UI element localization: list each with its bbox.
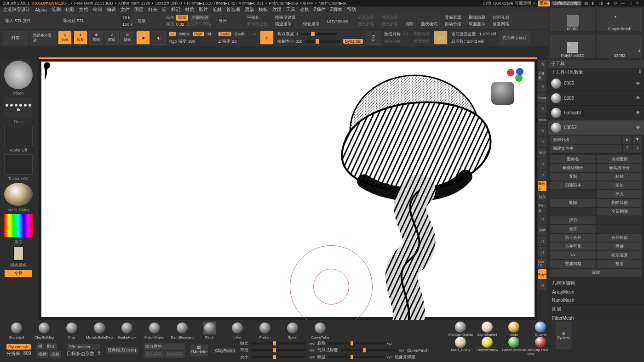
panel-button[interactable]: 焊接 [597, 243, 642, 250]
panel-button[interactable]: 向下合并 [550, 234, 596, 242]
color-icon[interactable]: ◆ [605, 0, 611, 6]
cam-preview-cube[interactable] [491, 82, 514, 105]
zmodeler-button[interactable]: ▦ZModeler [190, 345, 208, 356]
brush-slot[interactable]: CurveTube [306, 322, 334, 339]
lazymouse-toggle[interactable]: LazyMouse [325, 14, 352, 28]
lightbox-button[interactable]: 灯箱 [3, 31, 29, 45]
right-tool-button[interactable]: ▢ [538, 247, 546, 257]
dynamic-brush-icon[interactable]: ◔D [367, 31, 380, 45]
menu-item[interactable]: 绘制 [93, 6, 102, 13]
intensity-mask-button[interactable]: 按强度遮罩 [275, 14, 296, 21]
flatten-button[interactable]: 平面化 [247, 14, 268, 21]
move-down-button[interactable]: ⇣ [633, 145, 642, 153]
mirror-weld-button[interactable]: 镜像并焊接 [395, 354, 445, 360]
jewelry-design-button[interactable]: 克流珠宝设计 [500, 31, 530, 45]
menu-item[interactable]: 编辑 [107, 6, 116, 13]
balloon-slider[interactable] [341, 349, 396, 351]
right-tool-button[interactable]: ▢ [538, 159, 546, 169]
panel-button[interactable]: 重命名 [550, 155, 596, 163]
brush-slot[interactable]: Flatten [251, 322, 279, 339]
section-header[interactable]: ArrayMesh [548, 288, 644, 296]
repair-mesh-button[interactable]: 修复网格 [493, 21, 509, 28]
extract-button[interactable]: 提取 [135, 14, 161, 28]
back-mask-button[interactable]: 背面遮罩 [445, 14, 461, 21]
panel-button[interactable]: 创建副本 [550, 181, 596, 189]
panel-button[interactable]: 自动重排 [597, 155, 642, 163]
tool-thumb-2[interactable]: ✦SimpleBrush [597, 8, 642, 31]
activate-symmetry-button[interactable]: 激活对称 [384, 31, 401, 37]
panel-button[interactable]: 合并 [550, 225, 596, 233]
subtool-item[interactable]: 0306👁 [548, 91, 644, 106]
mrgb-button[interactable]: Mrgb [178, 32, 191, 36]
brush-slot[interactable]: ClayBuildup [30, 322, 58, 339]
unflatten-button[interactable]: 取消平面化 [247, 21, 268, 28]
menu-item[interactable]: 影片 [199, 6, 208, 13]
claypolish-button[interactable]: ClayPolish [213, 348, 237, 353]
right-tool-button[interactable]: ▢ [538, 82, 546, 92]
menu-item[interactable]: Z脚本 [330, 6, 342, 13]
material-slot[interactable]: Gold [500, 322, 527, 337]
right-tool-button[interactable]: 100% [538, 115, 546, 125]
panel-button[interactable]: Uv [550, 251, 596, 259]
quicksave-button[interactable]: QuickSave [493, 1, 513, 6]
dynamesh-res-value[interactable]: 800 [23, 351, 31, 357]
cavity-mask-button[interactable]: 痕迹遮罩 [275, 21, 296, 28]
mt-button[interactable]: MT [434, 31, 448, 45]
double-sided-toggle[interactable]: 双面 [176, 15, 188, 21]
material-slot[interactable]: ReflectYellow [474, 337, 500, 356]
material-slot[interactable]: MatCap Red Wax [527, 337, 554, 356]
scale-mode-button[interactable]: ⤢缩放 [105, 31, 119, 45]
brush-slot[interactable]: Inflat [224, 322, 251, 339]
menu-item[interactable]: 模板 [259, 6, 268, 13]
layout-icon[interactable]: ▦ [583, 0, 589, 6]
subtool-header[interactable]: 子工具 [548, 60, 644, 68]
menu-item[interactable]: 宏 [162, 6, 167, 13]
gen-bool-mesh-button[interactable]: 生成布尔网格 [186, 21, 211, 27]
right-tool-button[interactable]: 子像素 [538, 71, 546, 81]
zremesher-button[interactable]: ZRemesher [67, 344, 100, 350]
panel-button[interactable]: 复制 [550, 173, 596, 181]
eye-icon[interactable]: 👁 [636, 96, 641, 101]
menu-item[interactable]: 帮助 [347, 6, 356, 13]
rgb-button[interactable]: Rgb [193, 32, 204, 36]
list-all-button[interactable]: 全部列出 [550, 136, 621, 144]
export-stl-button[interactable]: 导出到 STL [61, 14, 116, 28]
rgb-intensity-value[interactable]: 100 [188, 39, 195, 44]
right-tool-button[interactable]: 中心点 [538, 203, 546, 213]
polish-chip[interactable]: 抛光 [45, 343, 57, 350]
draw-size-value[interactable]: 310 [296, 39, 303, 44]
rotate-mode-button[interactable]: ⟳旋转 [121, 31, 134, 45]
close-icon[interactable]: ✕ [635, 0, 640, 6]
edit-mode-button[interactable]: ✎Edit [58, 31, 72, 45]
brush-slot[interactable]: Spiral [279, 322, 306, 339]
material-slot[interactable]: Green Metallic [500, 337, 527, 356]
texture-thumbnail[interactable] [4, 154, 33, 175]
delete-level-button[interactable]: 删除层级 [165, 351, 185, 358]
right-tool-button[interactable]: IB同步 [538, 181, 546, 191]
redo2-button[interactable]: 撤线步退 [381, 21, 398, 28]
menu-item[interactable]: 笔触 [213, 6, 222, 13]
mrgb-a[interactable]: A [169, 32, 176, 36]
right-tool-button[interactable]: ▢ [538, 170, 546, 180]
sharpen-mask-button[interactable]: 锐化遮罩 [303, 21, 320, 28]
menu-item[interactable]: 图层 [134, 6, 144, 13]
sculptris-button[interactable]: ◐ [152, 31, 166, 45]
viewport[interactable] [39, 59, 537, 320]
focal-slider[interactable] [300, 33, 337, 35]
menu-item[interactable]: 工具 [286, 6, 295, 13]
move-up-button[interactable]: ⇡ [623, 145, 632, 153]
clear-button[interactable]: 清除 [405, 21, 414, 28]
new-folder-button[interactable]: 新建文件夹 [550, 145, 622, 153]
section-header[interactable]: 图层 [548, 305, 644, 314]
curvepinch-button[interactable]: CurvePinch [407, 348, 429, 353]
brush-thumbnail[interactable] [4, 61, 33, 89]
maximize-icon[interactable]: □ [627, 0, 633, 6]
target-poly-value[interactable]: 5 [98, 351, 100, 357]
group-chip[interactable]: 组 [36, 343, 44, 350]
m-button[interactable]: M [206, 32, 213, 36]
focal-shift-icon[interactable]: ◎ [260, 31, 274, 45]
menu-item[interactable]: 灯光 [148, 6, 157, 13]
material-slot[interactable]: Droplet [527, 322, 554, 337]
undo2-button[interactable]: 撤线步退 [357, 21, 374, 28]
right-tool-button[interactable]: PolyF [538, 269, 546, 279]
